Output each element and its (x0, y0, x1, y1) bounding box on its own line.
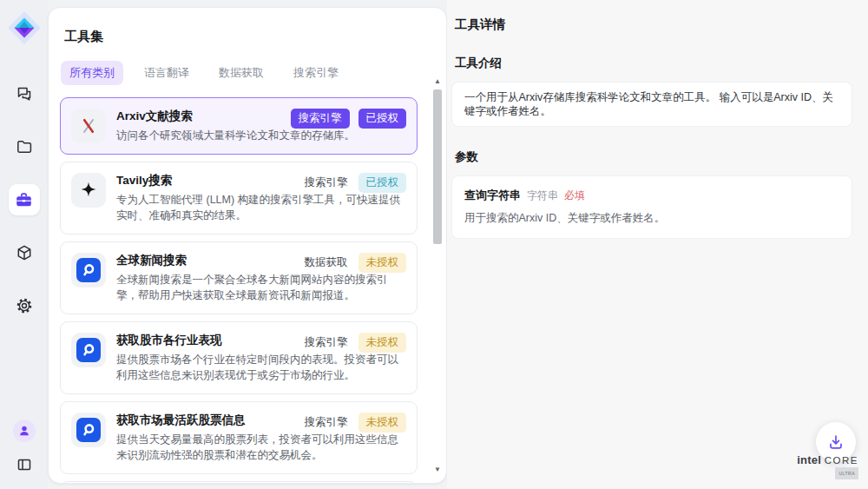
tool-status-badge: 已授权 (358, 109, 407, 129)
intro-heading: 工具介绍 (455, 56, 852, 71)
tool-badges: 搜索引擎 未授权 (303, 413, 407, 433)
toolset-title: 工具集 (64, 29, 446, 45)
tool-list-scrollbar[interactable]: ▲ ▼ (431, 77, 444, 476)
toolset-panel: 工具集 所有类别语言翻译数据获取搜索引擎 Arxiv文献搜索 访问各个研究领域大… (48, 7, 447, 484)
sidebar-item-models[interactable] (9, 237, 40, 268)
tool-category-badge: 数据获取 (303, 253, 350, 273)
app-logo (7, 10, 42, 45)
toolbox-icon (15, 191, 33, 209)
tab-数据获取[interactable]: 数据获取 (210, 61, 273, 85)
download-icon (827, 433, 845, 451)
intel-core-logo: intel CORE ULTRA (797, 454, 858, 479)
tool-card[interactable]: Tavily搜索 专为人工智能代理 (LLM) 构建的搜索引擎工具，可快速提供实… (60, 162, 418, 235)
tool-badges: 数据获取 未授权 (303, 253, 407, 273)
tool-card[interactable]: 获取股市各行业表现 提供股票市场各个行业在特定时间段内的表现。投资者可以利用这些… (60, 321, 418, 394)
parameter-card: 查询字符串 字符串 必填 用于搜索的Arxiv ID、关键字或作者姓名。 (451, 175, 852, 239)
tool-badges: 搜索引擎 未授权 (303, 333, 407, 353)
arxiv-icon (78, 116, 99, 136)
tool-category-badge: 搜索引擎 (303, 333, 350, 353)
sidebar-item-settings[interactable] (9, 290, 40, 321)
gear-icon (16, 297, 33, 314)
news-search-icon (76, 418, 101, 442)
sidebar-bottom (12, 420, 36, 477)
brand-ultra-badge: ULTRA (835, 467, 858, 479)
chat-icon (16, 85, 33, 102)
tool-badges: 搜索引擎 已授权 (303, 173, 407, 193)
parameter-required-flag: 必填 (564, 188, 585, 203)
tool-status-badge: 未授权 (358, 413, 407, 433)
sidebar-nav (9, 78, 40, 321)
tool-status-badge: 未授权 (358, 253, 407, 273)
tool-intro-card: 一个用于从Arxiv存储库搜索科学论文和文章的工具。 输入可以是Arxiv ID… (451, 82, 852, 127)
tool-icon (71, 253, 106, 287)
parameter-description: 用于搜索的Arxiv ID、关键字或作者姓名。 (464, 211, 839, 225)
tool-card[interactable]: 获取市场最活跃股票信息 提供当天交易量最高的股票列表，投资者可以利用这些信息来识… (60, 401, 418, 474)
tool-description: 访问各个研究领域大量科学论文和文章的存储库。 (116, 128, 355, 143)
scrollbar-track[interactable] (432, 88, 443, 466)
tool-status-badge: 已授权 (358, 173, 407, 193)
tool-icon (71, 333, 106, 367)
tool-description: 专为人工智能代理 (LLM) 构建的搜索引擎工具，可快速提供实时、准确和真实的结… (116, 192, 403, 223)
tool-details-panel: 工具详情 工具介绍 一个用于从Arxiv存储库搜索科学论文和文章的工具。 输入可… (447, 0, 868, 489)
params-heading: 参数 (455, 149, 852, 165)
cube-icon (16, 244, 33, 261)
scroll-up-arrow[interactable]: ▲ (434, 77, 441, 88)
collapse-sidebar-button[interactable] (12, 453, 36, 477)
news-search-icon (76, 258, 101, 282)
parameter-name: 查询字符串 (464, 188, 521, 203)
scroll-down-arrow[interactable]: ▼ (434, 466, 441, 476)
tool-icon (71, 173, 106, 208)
tool-status-badge: 未授权 (358, 333, 407, 353)
tool-description: 提供股票市场各个行业在特定时间段内的表现。投资者可以利用这些信息来识别表现优于或… (116, 352, 403, 383)
scrollbar-thumb[interactable] (433, 89, 442, 244)
brand-intel-text: intel (797, 453, 821, 466)
sidebar-item-toolbox[interactable] (9, 184, 40, 215)
folder-icon (16, 138, 33, 155)
user-avatar[interactable] (13, 420, 36, 442)
parameter-header: 查询字符串 字符串 必填 (464, 188, 839, 203)
user-icon (17, 424, 31, 438)
tab-语言翻译[interactable]: 语言翻译 (135, 61, 198, 85)
category-tabs: 所有类别语言翻译数据获取搜索引擎 (61, 61, 446, 85)
tab-搜索引擎[interactable]: 搜索引擎 (285, 61, 347, 85)
tool-category-badge: 搜索引擎 (303, 413, 350, 433)
tool-badges: 搜索引擎 已授权 (291, 109, 407, 129)
details-title: 工具详情 (455, 17, 852, 33)
tool-list: Arxiv文献搜索 访问各个研究领域大量科学论文和文章的存储库。 搜索引擎 已授… (60, 97, 418, 484)
tool-card[interactable]: Arxiv文献搜索 访问各个研究领域大量科学论文和文章的存储库。 搜索引擎 已授… (60, 97, 418, 155)
tool-card[interactable]: 全球新闻搜索 全球新闻搜索是一个聚合全球各大新闻网站内容的搜索引擎，帮助用户快速… (60, 241, 418, 314)
tool-icon (71, 413, 106, 447)
tool-category-badge: 搜索引擎 (303, 173, 350, 193)
tool-description: 提供当天交易量最高的股票列表，投资者可以利用这些信息来识别流动性强的股票和潜在的… (116, 432, 403, 463)
tool-description: 全球新闻搜索是一个聚合全球各大新闻网站内容的搜索引擎，帮助用户快速获取全球最新资… (116, 272, 403, 303)
tavily-icon (79, 181, 98, 200)
panel-toggle-icon (16, 457, 32, 472)
left-sidebar (0, 0, 48, 489)
tab-所有类别[interactable]: 所有类别 (61, 61, 123, 85)
parameter-type: 字符串 (527, 188, 558, 203)
tool-card[interactable]: 万维地区新闻查询 查询具体行政区划内的新闻，快速了解各地新闻动 搜索引擎 未授权 (60, 481, 418, 484)
tool-category-badge: 搜索引擎 (291, 109, 350, 129)
sidebar-item-chat[interactable] (9, 78, 40, 109)
tool-icon (71, 109, 106, 143)
news-search-icon (76, 338, 101, 362)
sidebar-item-files[interactable] (9, 131, 40, 162)
brand-core-text: CORE (825, 455, 858, 466)
